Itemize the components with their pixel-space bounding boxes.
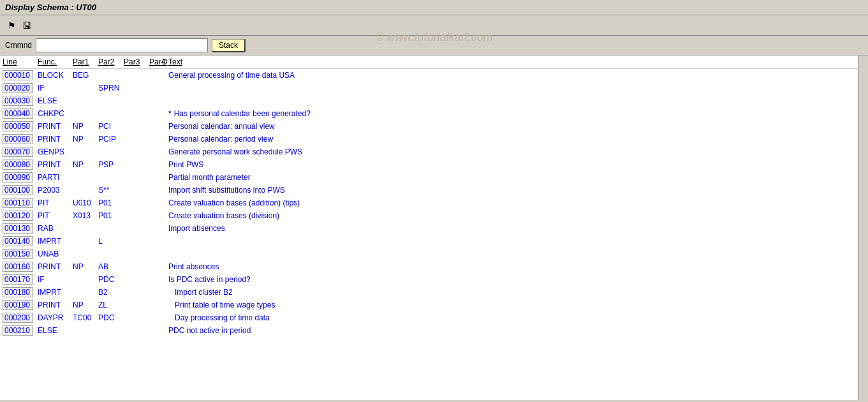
cell-line: 000080 [3, 160, 38, 170]
cell-par2: ZL [98, 301, 124, 309]
cell-func: IMPRT [38, 288, 73, 297]
cell-func: IF [38, 275, 73, 284]
cell-func: P2003 [38, 186, 73, 195]
col-header-par4: Par4 [149, 57, 162, 66]
table-row[interactable]: 000090 PARTI Partial month parameter [0, 171, 868, 184]
cell-text: Import absences [168, 224, 865, 233]
cell-text: Create valuation bases (division) [168, 211, 865, 220]
cell-func: PRINT [38, 122, 73, 131]
cell-par1: BEG [73, 71, 98, 80]
cell-func: DAYPR [38, 313, 73, 322]
table-row[interactable]: 000010 BLOCK BEG General processing of t… [0, 69, 868, 82]
cell-func: PIT [38, 211, 73, 220]
cell-text: General processing of time data USA [168, 71, 865, 80]
cell-line: 000110 [3, 198, 38, 208]
cell-line: 000040 [3, 108, 38, 119]
col-header-par1: Par1 [73, 57, 98, 66]
cell-line: 000060 [3, 134, 38, 144]
cell-par1: TC00 [73, 313, 98, 322]
cell-func: RAB [38, 224, 73, 233]
table-row[interactable]: 000140 IMPRT L [0, 235, 868, 248]
table-row[interactable]: 000180 IMPRT B2 Import cluster B2 [0, 286, 868, 299]
cell-line: 000120 [3, 211, 38, 221]
cell-par1: NP [73, 122, 98, 131]
cell-func: CHKPC [38, 109, 73, 118]
save-icon[interactable]: 🖫 [20, 19, 33, 32]
table-row[interactable]: 000040 CHKPC *Has personal calendar been… [0, 107, 868, 120]
cell-line: 000200 [3, 313, 38, 323]
cell-text: Personal calendar: period view [168, 135, 865, 144]
cell-text: Personal calendar: annual view [168, 122, 865, 131]
table-row[interactable]: 000060 PRINT NP PCIP Personal calendar: … [0, 133, 868, 145]
table-row[interactable]: 000050 PRINT NP PCI Personal calendar: a… [0, 120, 868, 133]
cell-line: 000170 [3, 274, 38, 285]
cell-line: 000010 [3, 70, 38, 80]
table-row[interactable]: 000100 P2003 S** Import shift substituti… [0, 184, 868, 197]
cell-par1: NP [73, 160, 98, 169]
table-row[interactable]: 000160 PRINT NP AB Print absences [0, 260, 868, 273]
table-row[interactable]: 000030 ELSE [0, 94, 868, 107]
cell-par1: U010 [73, 198, 98, 207]
table-row[interactable]: 000070 GENPS Generate personal work sche… [0, 145, 868, 158]
cell-line: 000160 [3, 262, 38, 272]
column-headers: Line Func. Par1 Par2 Par3 Par4 D Text [0, 56, 868, 69]
table-row[interactable]: 000210 ELSE PDC not active in period [0, 324, 868, 337]
table-row[interactable]: 000110 PIT U010 P01 Create valuation bas… [0, 197, 868, 209]
bookmark-icon[interactable]: ⚑ [5, 19, 18, 32]
cell-par2: B2 [98, 288, 124, 297]
table-body: 000010 BLOCK BEG General processing of t… [0, 69, 868, 337]
command-bar: Cmmnd Stack [0, 36, 868, 56]
cell-par2: SPRN [98, 84, 124, 93]
cell-line: 000020 [3, 83, 38, 93]
table-row[interactable]: 000190 PRINT NP ZL Print table of time w… [0, 299, 868, 311]
cell-par2: P01 [98, 198, 124, 207]
scrollbar[interactable] [858, 56, 868, 400]
cell-text: Print PWS [168, 160, 865, 169]
cell-text: Import cluster B2 [168, 288, 865, 297]
cell-text: Generate personal work schedule PWS [168, 147, 865, 156]
col-header-par3: Par3 [124, 57, 149, 66]
cell-func: PRINT [38, 262, 73, 271]
cell-func: IF [38, 84, 73, 93]
cell-par2: AB [98, 262, 124, 271]
cell-text: Create valuation bases (addition) (tips) [168, 198, 865, 207]
cell-func: GENPS [38, 147, 73, 156]
cell-text: Print absences [168, 262, 865, 271]
col-header-text: Text [168, 57, 865, 66]
cell-par1: NP [73, 262, 98, 271]
cell-func: BLOCK [38, 71, 73, 80]
cell-par2: PCIP [98, 135, 124, 144]
table-row[interactable]: 000150 UNAB [0, 248, 868, 260]
table-row[interactable]: 000080 PRINT NP PSP Print PWS [0, 158, 868, 171]
cell-par1: NP [73, 135, 98, 144]
cell-func: PIT [38, 198, 73, 207]
col-header-par2: Par2 [98, 57, 124, 66]
cell-func: IMPRT [38, 237, 73, 246]
cell-line: 000030 [3, 96, 38, 106]
cell-par2: PSP [98, 160, 124, 169]
cell-line: 000150 [3, 249, 38, 259]
col-header-d: D [162, 57, 168, 66]
table-row[interactable]: 000200 DAYPR TC00 PDC Day processing of … [0, 311, 868, 324]
table-row[interactable]: 000130 RAB Import absences [0, 222, 868, 235]
command-input[interactable] [36, 38, 208, 52]
cell-func: PRINT [38, 301, 73, 309]
cell-text: *Has personal calendar been generated? [168, 109, 865, 118]
cell-par2: PDC [98, 313, 124, 322]
cell-line: 000130 [3, 223, 38, 234]
table-row[interactable]: 000020 IF SPRN [0, 82, 868, 94]
cell-func: ELSE [38, 96, 73, 105]
cell-line: 000100 [3, 185, 38, 195]
table-row[interactable]: 000120 PIT X013 P01 Create valuation bas… [0, 209, 868, 222]
cell-func: UNAB [38, 249, 73, 258]
table-row[interactable]: 000170 IF PDC Is PDC active in period? [0, 273, 868, 286]
cell-line: 000180 [3, 287, 38, 297]
cell-par2: L [98, 237, 124, 246]
stack-button[interactable]: Stack [212, 39, 246, 52]
cell-par2: S** [98, 186, 124, 195]
cell-par1: NP [73, 301, 98, 309]
cell-line: 000070 [3, 147, 38, 157]
cell-par1: X013 [73, 211, 98, 220]
col-header-line: Line [3, 57, 38, 66]
cell-line: 000210 [3, 325, 38, 336]
